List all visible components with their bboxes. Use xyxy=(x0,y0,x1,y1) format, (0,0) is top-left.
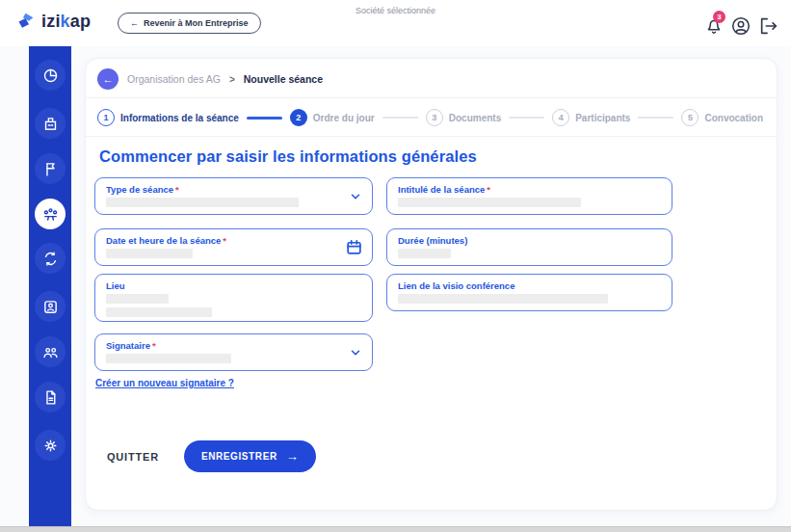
left-arrow-icon: ← xyxy=(103,73,114,85)
step-2-ordre-du-jour[interactable]: 2 Ordre du jour xyxy=(290,109,375,126)
step-label: Ordre du jour xyxy=(313,113,375,123)
company-icon xyxy=(42,116,59,132)
sidebar-item-company[interactable] xyxy=(35,108,66,139)
redacted-value xyxy=(398,294,608,304)
redacted-value xyxy=(398,198,581,207)
date-heure-seance-input[interactable]: Date et heure de la séance* xyxy=(94,228,373,266)
user-account-icon[interactable] xyxy=(730,15,751,37)
field-label: Signataire* xyxy=(106,340,361,351)
sidebar-item-shareholders[interactable] xyxy=(35,336,66,367)
divider xyxy=(86,136,777,137)
redacted-value xyxy=(398,249,451,258)
field-label: Intitulé de la séance* xyxy=(398,184,661,195)
calendar-icon[interactable] xyxy=(345,238,363,256)
sidebar-item-ag-meetings[interactable] xyxy=(35,199,66,229)
right-arrow-icon: → xyxy=(286,449,300,464)
top-header: izikap ← Revenir à Mon Entreprise Sociét… xyxy=(0,0,791,46)
window-bottom-edge xyxy=(0,526,791,532)
contact-card-icon xyxy=(42,299,59,315)
field-label: Type de séance* xyxy=(106,184,361,195)
step-4-participants[interactable]: 4 Participants xyxy=(552,109,630,126)
step-5-convocation[interactable]: 5 Convocation xyxy=(681,109,763,126)
sidebar-item-governance[interactable] xyxy=(35,243,66,274)
redacted-value xyxy=(106,307,212,317)
redacted-value xyxy=(106,294,169,304)
step-number: 3 xyxy=(426,109,443,126)
field-label: Durée (minutes) xyxy=(398,235,661,246)
sidebar-item-documents[interactable] xyxy=(35,382,66,412)
step-label: Informations de la séance xyxy=(120,113,239,123)
divider xyxy=(86,97,777,98)
step-connector xyxy=(638,117,673,119)
notification-badge: 3 xyxy=(713,11,725,23)
step-number: 1 xyxy=(97,109,115,126)
step-label: Convocation xyxy=(704,113,763,123)
step-3-documents[interactable]: 3 Documents xyxy=(426,109,501,126)
step-number: 2 xyxy=(290,109,307,126)
shareholders-icon xyxy=(42,344,59,360)
back-to-company-button[interactable]: ← Revenir à Mon Entreprise xyxy=(118,13,261,34)
breadcrumb: ← Organisation des AG > Nouvelle séance xyxy=(97,67,323,91)
step-connector-active xyxy=(247,117,282,120)
step-connector xyxy=(382,117,418,119)
lien-visio-input[interactable]: Lien de la visio conférence xyxy=(386,274,672,311)
signataire-select[interactable]: Signataire* xyxy=(94,333,373,371)
sidebar-item-dashboard[interactable] xyxy=(35,60,66,91)
step-1-informations[interactable]: 1 Informations de la séance xyxy=(97,109,239,126)
field-label: Date et heure de la séance* xyxy=(106,235,361,246)
step-number: 4 xyxy=(552,109,569,126)
dashboard-pie-icon xyxy=(42,67,59,84)
page-title: Commencer par saisir les informations gé… xyxy=(99,147,477,166)
step-progress-bar: 1 Informations de la séance 2 Ordre du j… xyxy=(97,103,763,132)
save-button[interactable]: ENREGISTRER → xyxy=(184,440,316,472)
quit-button[interactable]: QUITTER xyxy=(107,451,159,463)
intitule-seance-input[interactable]: Intitulé de la séance* xyxy=(386,177,672,215)
back-to-company-label: Revenir à Mon Entreprise xyxy=(144,18,249,28)
step-number: 5 xyxy=(681,109,699,126)
meeting-table-icon xyxy=(42,206,59,223)
left-arrow-icon: ← xyxy=(130,18,139,28)
redacted-value xyxy=(106,354,231,363)
settings-gear-icon xyxy=(42,438,59,454)
breadcrumb-back-button[interactable]: ← xyxy=(97,68,119,90)
sidebar-item-contacts[interactable] xyxy=(35,291,66,322)
field-label: Lieu xyxy=(106,280,361,291)
logout-icon[interactable] xyxy=(758,15,779,37)
main-sidebar xyxy=(29,46,71,526)
selected-company-label: Société sélectionnée xyxy=(0,6,791,15)
redacted-value xyxy=(106,198,299,207)
sidebar-item-settings[interactable] xyxy=(35,430,66,461)
documents-icon xyxy=(42,389,59,406)
breadcrumb-separator: > xyxy=(229,74,235,85)
lieu-textarea[interactable]: Lieu xyxy=(94,274,373,322)
redacted-value xyxy=(106,249,193,258)
sidebar-item-legal[interactable] xyxy=(35,153,66,184)
main-content-card: ← Organisation des AG > Nouvelle séance … xyxy=(85,58,778,511)
people-sync-icon xyxy=(42,251,59,267)
step-label: Documents xyxy=(449,113,501,123)
chevron-down-icon xyxy=(349,190,362,203)
step-connector xyxy=(509,117,544,119)
breadcrumb-parent[interactable]: Organisation des AG xyxy=(127,73,221,85)
duree-minutes-input[interactable]: Durée (minutes) xyxy=(386,228,672,266)
create-signatory-link[interactable]: Créer un nouveau signataire ? xyxy=(95,378,234,388)
form-actions: QUITTER ENREGISTRER → xyxy=(107,440,316,472)
breadcrumb-current: Nouvelle séance xyxy=(244,73,323,85)
save-button-label: ENREGISTRER xyxy=(201,451,277,462)
step-label: Participants xyxy=(575,113,630,123)
field-label: Lien de la visio conférence xyxy=(398,280,661,291)
flag-icon xyxy=(42,161,59,177)
chevron-down-icon xyxy=(349,346,362,359)
type-de-seance-select[interactable]: Type de séance* xyxy=(94,177,373,215)
